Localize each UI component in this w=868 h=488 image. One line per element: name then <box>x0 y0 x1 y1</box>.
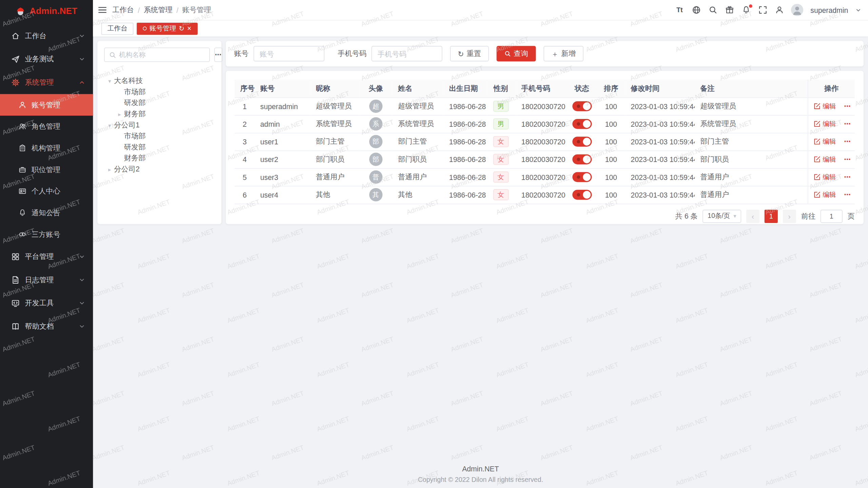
next-page-button[interactable]: › <box>783 209 796 223</box>
edit-icon <box>814 191 821 198</box>
tab-close-icon[interactable]: × <box>187 25 191 32</box>
page-number-button[interactable]: 1 <box>765 209 778 223</box>
status-toggle[interactable] <box>572 172 592 182</box>
notification-icon[interactable] <box>741 5 751 15</box>
tree-caret-icon: ▸ <box>105 166 114 172</box>
prev-page-button[interactable]: ‹ <box>746 209 760 223</box>
tree-node-label: 财务部 <box>124 153 146 163</box>
phone-input[interactable] <box>372 46 442 62</box>
sidebar-item-dev-tools[interactable]: 开发工具 <box>0 291 93 315</box>
tree-node[interactable]: ▸ 分公司2 <box>104 164 215 175</box>
cell-no: 1 <box>235 97 255 115</box>
edit-button[interactable]: 编辑 <box>814 119 836 129</box>
sidebar-item-org-management[interactable]: 机构管理 <box>0 137 93 159</box>
font-size-icon[interactable]: Tt <box>675 5 684 15</box>
org-search-input[interactable] <box>119 51 205 59</box>
tree-node[interactable]: 研发部 <box>104 97 215 108</box>
gift-icon[interactable] <box>725 5 734 15</box>
goto-page-input[interactable] <box>821 209 843 223</box>
sidebar-item-profile-center[interactable]: 个人中心 <box>0 180 93 202</box>
row-more-button[interactable]: ⋯ <box>844 191 851 199</box>
status-toggle[interactable] <box>572 190 592 200</box>
user-avatar[interactable] <box>791 4 803 16</box>
add-button[interactable]: ＋ 新增 <box>544 46 584 62</box>
sidebar-item-business-test[interactable]: 业务测试 <box>0 47 93 71</box>
sidebar-item-third-party-account[interactable]: 三方账号 <box>0 224 93 245</box>
app-logo[interactable]: Admin.NET <box>0 0 93 22</box>
breadcrumb-separator: / <box>138 6 140 14</box>
language-icon[interactable] <box>691 5 701 15</box>
sidebar-item-system-management[interactable]: 系统管理 <box>0 71 93 94</box>
row-more-button[interactable]: ⋯ <box>844 156 851 163</box>
avatar: 部 <box>369 153 382 166</box>
cell-no: 2 <box>235 115 255 133</box>
edit-button[interactable]: 编辑 <box>814 102 836 111</box>
tab-refresh-icon[interactable]: ↻ <box>179 25 184 32</box>
tree-node[interactable]: 研发部 <box>104 142 215 153</box>
cell-birthdate: 1986-06-28 <box>443 115 486 133</box>
breadcrumb-item[interactable]: 工作台 <box>112 5 134 15</box>
account-input[interactable] <box>254 46 324 62</box>
status-toggle[interactable] <box>572 101 592 111</box>
tree-node[interactable]: ▾ 分公司1 <box>104 120 215 131</box>
org-tree-panel: ⋯ ▾ 大名科技 市场部 研发部 ▸ 财务部 ▾ 分公司1 市场部 研发部 财务… <box>97 41 221 224</box>
row-more-button[interactable]: ⋯ <box>844 102 851 110</box>
tab-workbench[interactable]: 工作台 <box>101 22 134 35</box>
users-icon <box>18 122 26 130</box>
sidebar-item-position-management[interactable]: 职位管理 <box>0 159 93 181</box>
tree-node[interactable]: ▸ 财务部 <box>104 108 215 120</box>
sidebar-item-workbench[interactable]: 工作台 <box>0 24 93 48</box>
col-header-status: 状态 <box>567 80 597 97</box>
row-more-button[interactable]: ⋯ <box>844 173 851 181</box>
cell-status <box>567 150 597 168</box>
sidebar-item-account-management[interactable]: 账号管理 <box>0 94 93 116</box>
fullscreen-icon[interactable] <box>758 5 767 15</box>
row-more-button[interactable]: ⋯ <box>844 120 851 128</box>
edit-button[interactable]: 编辑 <box>814 137 836 146</box>
menu-collapse-button[interactable] <box>97 5 107 15</box>
edit-button[interactable]: 编辑 <box>814 155 836 164</box>
sidebar-item-label: 业务测试 <box>25 54 78 64</box>
edit-button[interactable]: 编辑 <box>814 172 836 182</box>
chevron-down-icon[interactable] <box>855 7 861 13</box>
row-more-button[interactable]: ⋯ <box>844 138 851 146</box>
sidebar-item-help-docs[interactable]: 帮助文档 <box>0 315 93 338</box>
page-footer: Admin.NET Copyright © 2022 Dilon All rig… <box>93 465 868 484</box>
cell-birthdate: 1986-06-28 <box>443 97 486 115</box>
status-toggle[interactable] <box>572 137 592 146</box>
search-button[interactable]: 查询 <box>496 46 536 62</box>
gender-tag: 女 <box>493 189 509 200</box>
user-table: 序号 账号 昵称 头像 姓名 出生日期 性别 手机号码 状态 排序 修改时间 <box>235 80 855 204</box>
avatar: 系 <box>369 117 382 130</box>
breadcrumb-separator: / <box>176 6 178 14</box>
tree-node[interactable]: ▾ 大名科技 <box>104 75 215 86</box>
gender-tag: 男 <box>493 118 509 129</box>
cell-order: 100 <box>597 186 625 204</box>
tree-node[interactable]: 市场部 <box>104 130 215 142</box>
username[interactable]: superadmin <box>810 6 848 14</box>
status-toggle[interactable] <box>572 155 592 164</box>
col-header-account: 账号 <box>255 80 310 97</box>
sidebar-item-label: 帮助文档 <box>25 322 78 331</box>
sidebar-item-label: 系统管理 <box>25 78 78 87</box>
page-size-select[interactable]: 10条/页 ▾ <box>703 209 741 223</box>
cell-avatar: 部 <box>359 133 392 150</box>
sidebar-item-platform-management[interactable]: 平台管理 <box>0 245 93 268</box>
sidebar-item-role-management[interactable]: 角色管理 <box>0 116 93 137</box>
tree-node[interactable]: 市场部 <box>104 86 215 98</box>
user-icon[interactable] <box>774 5 784 15</box>
status-toggle[interactable] <box>572 119 592 129</box>
sidebar-item-log-management[interactable]: 日志管理 <box>0 268 93 292</box>
search-icon[interactable] <box>708 5 717 15</box>
tab-account-management[interactable]: 账号管理 ↻ × <box>137 22 197 35</box>
col-header-nickname: 昵称 <box>310 80 359 97</box>
breadcrumb-item[interactable]: 系统管理 <box>144 5 173 15</box>
sidebar-item-notice[interactable]: 通知公告 <box>0 202 93 224</box>
home-icon <box>11 32 20 40</box>
reset-button[interactable]: ↻ 重置 <box>450 46 489 62</box>
edit-button[interactable]: 编辑 <box>814 190 836 200</box>
tree-caret-icon: ▾ <box>105 78 114 84</box>
org-more-button[interactable]: ⋯ <box>214 47 222 62</box>
tree-node[interactable]: 财务部 <box>104 153 215 164</box>
cell-avatar: 其 <box>359 186 392 204</box>
